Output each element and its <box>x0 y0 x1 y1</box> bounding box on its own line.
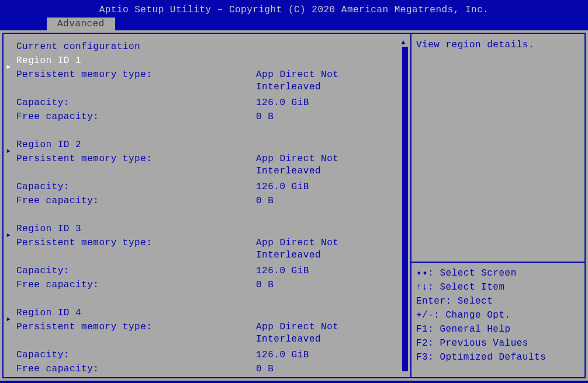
left-panel: Current configuration ▸ Region ID 1 Pers… <box>2 33 410 378</box>
region-row[interactable]: ▸ Region ID 4 <box>6 306 408 320</box>
capacity-value: 126.0 GiB <box>256 182 396 192</box>
region-row[interactable]: ▸ Region ID 1 <box>6 54 408 68</box>
help-divider <box>411 262 584 263</box>
free-capacity-value: 0 B <box>256 280 396 290</box>
help-description: View region details. <box>416 40 580 262</box>
mem-type-value-cont: Interleaved <box>6 166 408 180</box>
help-key-line: ↑↓: Select Item <box>416 280 580 294</box>
free-capacity-value: 0 B <box>256 364 396 374</box>
mem-type-row: Persistent memory type: App Direct Not <box>6 152 408 166</box>
mem-type-value-cont: Interleaved <box>6 82 408 96</box>
tab-advanced[interactable]: Advanced <box>47 18 115 30</box>
capacity-row: Capacity: 126.0 GiB <box>6 96 408 110</box>
free-capacity-row: Free capacity: 0 B <box>6 278 408 292</box>
free-capacity-value: 0 B <box>256 196 396 206</box>
bios-header: Aptio Setup Utility – Copyright (C) 2020… <box>0 0 588 18</box>
region-row[interactable]: ▸ Region ID 3 <box>6 222 408 236</box>
region-id: Region ID 4 <box>16 308 256 318</box>
mem-type-row: Persistent memory type: App Direct Not <box>6 320 408 334</box>
main-area: Current configuration ▸ Region ID 1 Pers… <box>0 30 588 381</box>
help-key-line: F1: General Help <box>416 322 580 336</box>
capacity-row: Capacity: 126.0 GiB <box>6 264 408 278</box>
region-row[interactable]: ▸ Region ID 2 <box>6 138 408 152</box>
capacity-row: Capacity: 126.0 GiB <box>6 348 408 362</box>
help-key-line: F2: Previous Values <box>416 336 580 350</box>
mem-type-row: Persistent memory type: App Direct Not <box>6 236 408 250</box>
mem-type-row: Persistent memory type: App Direct Not <box>6 68 408 82</box>
capacity-label: Capacity: <box>16 182 256 192</box>
help-key-line: ✦✦: Select Screen <box>416 266 580 280</box>
help-key-line: Enter: Select <box>416 294 580 308</box>
free-capacity-value: 0 B <box>256 112 396 122</box>
section-title-row: Current configuration <box>6 40 408 54</box>
help-key-line: +/-: Change Opt. <box>416 308 580 322</box>
help-keys: ✦✦: Select Screen ↑↓: Select Item Enter:… <box>416 266 580 364</box>
scrollbar[interactable]: ▲ <box>402 40 408 371</box>
mem-type-value-cont: Interleaved <box>6 334 408 348</box>
free-capacity-label: Free capacity: <box>16 364 256 374</box>
header-title: Aptio Setup Utility – Copyright (C) 2020… <box>99 5 489 15</box>
capacity-label: Capacity: <box>16 266 256 276</box>
free-capacity-row: Free capacity: 0 B <box>6 110 408 124</box>
mem-type-value: App Direct Not <box>256 69 396 80</box>
mem-type-value: App Direct Not <box>256 238 396 248</box>
mem-type-label: Persistent memory type: <box>16 238 256 248</box>
blank-row <box>6 124 408 138</box>
mem-type-label: Persistent memory type: <box>16 322 256 332</box>
submenu-arrow-icon: ▸ <box>6 61 12 72</box>
capacity-label: Capacity: <box>16 98 256 108</box>
help-panel: View region details. ✦✦: Select Screen ↑… <box>410 33 586 378</box>
free-capacity-label: Free capacity: <box>16 280 256 290</box>
mem-type-value: App Direct Not <box>256 154 396 164</box>
mem-type-label: Persistent memory type: <box>16 69 256 80</box>
capacity-value: 126.0 GiB <box>256 266 396 276</box>
region-id: Region ID 3 <box>16 224 256 234</box>
mem-type-label: Persistent memory type: <box>16 154 256 164</box>
capacity-value: 126.0 GiB <box>256 350 396 360</box>
blank-row <box>6 208 408 222</box>
tab-bar: Advanced <box>0 18 588 30</box>
capacity-label: Capacity: <box>16 350 256 360</box>
free-capacity-label: Free capacity: <box>16 196 256 206</box>
free-capacity-row: Free capacity: 0 B <box>6 194 408 208</box>
scroll-up-icon: ▲ <box>399 39 408 47</box>
submenu-arrow-icon: ▸ <box>6 313 12 325</box>
capacity-row: Capacity: 126.0 GiB <box>6 180 408 194</box>
submenu-arrow-icon: ▸ <box>6 145 12 156</box>
blank-row <box>6 292 408 306</box>
region-id: Region ID 1 <box>16 55 256 66</box>
region-id: Region ID 2 <box>16 140 256 150</box>
submenu-arrow-icon: ▸ <box>6 229 12 241</box>
help-key-line: F3: Optimized Defaults <box>416 350 580 364</box>
free-capacity-row: Free capacity: 0 B <box>6 362 408 376</box>
capacity-value: 126.0 GiB <box>256 98 396 108</box>
free-capacity-label: Free capacity: <box>16 112 256 122</box>
mem-type-value-cont: Interleaved <box>6 250 408 264</box>
section-title: Current configuration <box>16 41 256 52</box>
mem-type-value: App Direct Not <box>256 322 396 332</box>
